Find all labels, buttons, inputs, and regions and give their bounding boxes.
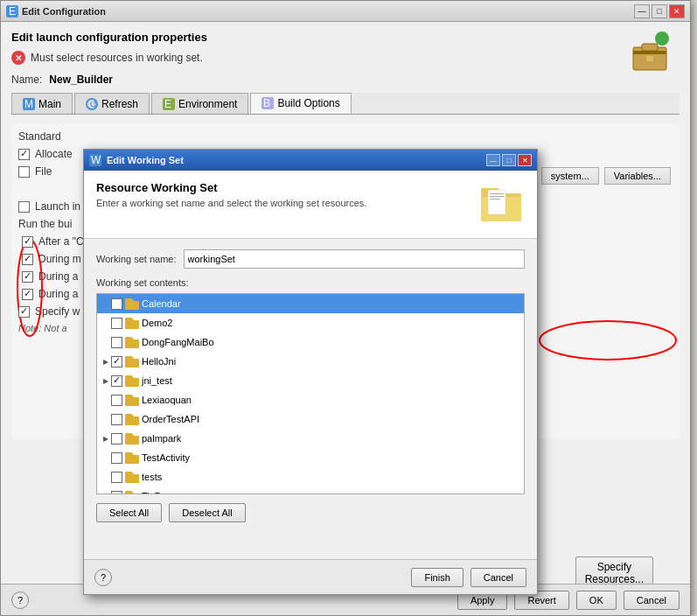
tipdemo-checkbox[interactable] <box>111 491 122 495</box>
during3-checkbox[interactable] <box>22 289 33 300</box>
demo2-checkbox[interactable] <box>111 318 122 329</box>
during2-checkbox[interactable] <box>22 271 33 283</box>
tree-item-calendar[interactable]: Calendar <box>97 294 524 313</box>
tab-main[interactable]: M Main <box>11 93 73 114</box>
close-button[interactable]: ✕ <box>669 4 685 18</box>
finish-button[interactable]: Finish <box>411 568 463 587</box>
lexiao-expand <box>101 395 111 405</box>
during2-label: During a <box>38 270 78 283</box>
launch-checkbox[interactable] <box>18 201 30 213</box>
toolbar-icon-area <box>629 32 673 75</box>
resource-tree[interactable]: Calendar Demo2 DongFangMaiBo ▶ He <box>96 293 525 494</box>
name-value: New_Builder <box>49 74 113 86</box>
tree-item-order[interactable]: OrderTestAPI <box>97 410 524 429</box>
after-label: After a "C <box>38 235 84 248</box>
during1-label: During m <box>38 253 81 265</box>
svg-text:E: E <box>9 7 16 16</box>
system-button[interactable]: system... <box>541 167 599 185</box>
deselect-all-button[interactable]: Deselect All <box>169 503 245 522</box>
maximize-button[interactable]: □ <box>652 4 667 18</box>
svg-rect-28 <box>125 359 139 368</box>
main-tab-icon: M <box>23 98 35 110</box>
during1-checkbox[interactable] <box>22 254 33 265</box>
tests-checkbox[interactable] <box>111 472 122 483</box>
allocate-checkbox[interactable] <box>18 149 30 160</box>
tree-item-demo2[interactable]: Demo2 <box>97 313 524 332</box>
svg-rect-31 <box>125 416 139 425</box>
run-build-label: Run the bui <box>18 218 72 230</box>
calendar-checkbox[interactable] <box>111 298 122 310</box>
palmpark-checkbox[interactable] <box>111 433 122 444</box>
ok-button[interactable]: OK <box>576 591 617 610</box>
jni-label: jni_test <box>142 375 172 386</box>
palmpark-label: palmpark <box>142 433 181 444</box>
tree-item-hellojni[interactable]: ▶ HelloJni <box>97 352 524 371</box>
hellojni-expand[interactable]: ▶ <box>101 356 111 367</box>
svg-text:M: M <box>24 98 33 110</box>
page-title: Edit launch configuration properties <box>11 31 680 44</box>
edit-working-set-dialog: W Edit Working Set — □ ✕ Resource Workin… <box>83 149 538 595</box>
toolbox-icon <box>629 32 673 75</box>
minimize-button[interactable]: — <box>634 4 650 18</box>
svg-rect-27 <box>125 340 139 348</box>
cancel-button[interactable]: Cancel <box>624 591 680 610</box>
tree-item-dongfang[interactable]: DongFangMaiBo <box>97 332 524 352</box>
tree-item-test-activity[interactable]: TestActivity <box>97 448 524 467</box>
main-title-text: Edit Configuration <box>22 6 106 17</box>
dialog-cancel-button[interactable]: Cancel <box>470 568 526 587</box>
dongfang-checkbox[interactable] <box>111 337 122 348</box>
specify-checkbox[interactable] <box>18 306 30 318</box>
main-window-icon: E <box>6 5 18 18</box>
help-button[interactable]: ? <box>11 592 29 609</box>
working-set-name-input[interactable] <box>184 249 525 269</box>
working-set-name-label: Working set name: <box>96 254 177 264</box>
svg-text:B: B <box>263 97 270 109</box>
tree-item-lexiao[interactable]: Lexiaoquan <box>97 390 524 410</box>
dongfang-label: DongFangMaiBo <box>142 337 214 347</box>
palmpark-expand[interactable]: ▶ <box>101 433 111 444</box>
working-set-name-row: Working set name: <box>96 249 525 269</box>
jni-expand[interactable]: ▶ <box>101 375 111 386</box>
calendar-expand <box>101 298 111 309</box>
testactivity-label: TestActivity <box>142 452 190 463</box>
dialog-minimize-button[interactable]: — <box>486 154 500 166</box>
main-title-bar: E Edit Configuration — □ ✕ <box>1 1 690 22</box>
lexiao-checkbox[interactable] <box>111 395 122 406</box>
demo2-expand <box>101 318 111 328</box>
dialog-header-icon <box>479 181 525 228</box>
dialog-close-button[interactable]: ✕ <box>518 154 532 166</box>
tree-item-tipdemo[interactable]: TipDemo <box>97 486 524 494</box>
tab-refresh[interactable]: ↺ Refresh <box>74 93 150 114</box>
dialog-maximize-button[interactable]: □ <box>502 154 516 166</box>
standard-row: Standard <box>18 130 673 143</box>
dialog-help-button[interactable]: ? <box>94 569 112 586</box>
file-label: File <box>35 165 52 178</box>
order-checkbox[interactable] <box>111 414 122 425</box>
variables-button[interactable]: Variables... <box>604 167 671 185</box>
tab-build-options[interactable]: B Build Options <box>250 93 351 114</box>
dialog-title-bar: W Edit Working Set — □ ✕ <box>84 150 537 171</box>
tree-item-jni-test[interactable]: ▶ jni_test <box>97 371 524 390</box>
svg-rect-26 <box>125 320 139 329</box>
svg-rect-25 <box>125 301 139 310</box>
dialog-header: Resource Working Set Enter a working set… <box>84 171 537 239</box>
select-all-button[interactable]: Select All <box>96 503 162 522</box>
order-folder-icon <box>125 413 139 425</box>
lexiao-folder-icon <box>125 394 139 406</box>
refresh-tab-icon: ↺ <box>86 98 98 110</box>
hellojni-folder-icon <box>125 355 139 368</box>
error-message: Must select resources in working set. <box>31 52 203 64</box>
svg-rect-5 <box>642 44 658 51</box>
file-checkbox[interactable] <box>18 166 30 178</box>
tree-item-tests[interactable]: tests <box>97 467 524 486</box>
jni-checkbox[interactable] <box>111 375 122 387</box>
testactivity-checkbox[interactable] <box>111 452 122 464</box>
folder-icon-large <box>479 181 525 225</box>
demo2-folder-icon <box>125 317 139 329</box>
tree-item-palmpark[interactable]: ▶ palmpark <box>97 429 524 448</box>
hellojni-checkbox[interactable] <box>111 356 122 368</box>
dialog-header-title: Resource Working Set <box>96 181 366 194</box>
after-checkbox[interactable] <box>22 236 33 248</box>
tab-environment[interactable]: E Environment <box>151 93 248 114</box>
svg-rect-24 <box>490 199 500 200</box>
